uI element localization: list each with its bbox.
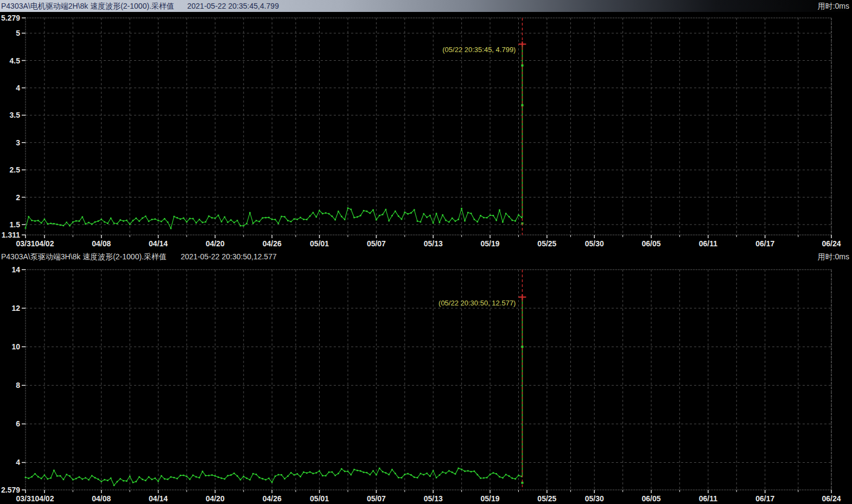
trace-marker bbox=[224, 479, 226, 480]
y-tick-label: 8 bbox=[16, 381, 20, 390]
trace-marker bbox=[518, 475, 519, 476]
trace-marker bbox=[325, 475, 327, 477]
x-tick-label: 05/07 bbox=[367, 494, 386, 503]
trace-marker bbox=[382, 471, 384, 473]
trace-marker bbox=[410, 212, 412, 214]
trace-marker bbox=[467, 212, 469, 214]
trace-marker bbox=[176, 478, 178, 480]
trace-marker bbox=[442, 471, 443, 473]
trace-marker bbox=[284, 216, 285, 218]
trace-marker bbox=[303, 219, 304, 220]
trace-marker bbox=[448, 221, 450, 223]
trace-marker bbox=[483, 217, 485, 219]
trace-marker bbox=[493, 472, 494, 474]
chart2-cursor-readout: 2021-05-22 20:30:50,12.577 bbox=[181, 251, 277, 263]
trace-marker bbox=[505, 474, 507, 476]
trace-marker bbox=[271, 482, 273, 483]
trace-marker bbox=[31, 476, 33, 478]
trace-marker bbox=[341, 468, 342, 470]
trace-marker bbox=[360, 215, 361, 216]
trace-marker bbox=[388, 220, 390, 222]
trend-chart-pump-drive-end[interactable]: 1412108642.57903/3104/0204/0804/1404/200… bbox=[0, 263, 852, 504]
trace-marker bbox=[126, 220, 128, 221]
trace-marker bbox=[398, 215, 399, 217]
trace-marker bbox=[461, 208, 462, 209]
chart2-title: P4303A\泵驱动端3H\8k 速度波形(2-1000).采样值 bbox=[1, 251, 167, 263]
trace-marker bbox=[60, 225, 61, 226]
trace-marker bbox=[63, 479, 65, 481]
trace-marker bbox=[259, 477, 260, 479]
trace-marker bbox=[489, 215, 491, 216]
trace-marker bbox=[334, 475, 336, 476]
trend-trace bbox=[26, 208, 522, 229]
trace-marker bbox=[237, 220, 238, 221]
y-tick-label: 6 bbox=[16, 419, 20, 428]
trace-marker bbox=[290, 472, 292, 474]
x-tick-label: 05/25 bbox=[537, 494, 556, 503]
chart1-cursor-readout: 2021-05-22 20:35:45,4.799 bbox=[187, 0, 279, 12]
trace-marker bbox=[28, 477, 30, 479]
trace-marker bbox=[227, 221, 228, 223]
trend-chart-motor-drive-end[interactable]: 5.27954.543.532.521.51.31103/3104/0204/0… bbox=[0, 12, 852, 251]
x-tick-label: 04/20 bbox=[206, 494, 225, 503]
trace-marker bbox=[518, 214, 519, 216]
trace-marker bbox=[211, 217, 213, 219]
trace-marker bbox=[88, 222, 90, 224]
x-tick-label: 04/14 bbox=[149, 239, 168, 248]
trace-marker bbox=[110, 477, 112, 479]
trace-marker bbox=[328, 471, 330, 473]
trace-marker bbox=[186, 221, 188, 223]
trace-marker bbox=[495, 473, 497, 475]
trace-marker bbox=[237, 475, 238, 477]
trace-marker bbox=[132, 482, 134, 483]
trace-marker bbox=[233, 473, 235, 474]
trace-marker bbox=[436, 477, 437, 479]
trace-marker bbox=[306, 473, 308, 474]
y-tick-label: 2.579 bbox=[1, 486, 20, 494]
trace-marker bbox=[47, 223, 49, 225]
trace-marker bbox=[313, 212, 314, 214]
trace-marker bbox=[47, 479, 49, 480]
x-tick-label: 05/01 bbox=[310, 239, 329, 248]
trace-marker bbox=[164, 478, 166, 480]
x-tick-label: 05/30 bbox=[585, 494, 604, 503]
trace-marker bbox=[464, 220, 466, 222]
y-tick-label: 5 bbox=[16, 29, 20, 37]
trace-marker bbox=[243, 476, 245, 477]
y-tick-label: 2.5 bbox=[10, 165, 21, 174]
trace-marker bbox=[309, 215, 311, 217]
trace-marker bbox=[240, 225, 241, 227]
trace-marker bbox=[44, 475, 46, 476]
trace-marker bbox=[214, 475, 216, 477]
trace-marker bbox=[470, 213, 472, 214]
x-tick-label: 05/25 bbox=[537, 239, 556, 248]
trace-marker bbox=[401, 477, 403, 479]
trace-marker bbox=[63, 225, 65, 227]
trace-marker bbox=[37, 220, 39, 221]
trace-marker bbox=[275, 219, 276, 220]
trace-marker bbox=[256, 220, 257, 221]
trace-marker bbox=[297, 219, 298, 220]
trace-marker bbox=[167, 221, 169, 223]
trace-marker bbox=[480, 477, 481, 479]
y-tick-label: 14 bbox=[11, 265, 20, 274]
trace-marker bbox=[290, 221, 292, 222]
trace-marker bbox=[218, 215, 219, 216]
trace-marker bbox=[183, 475, 185, 476]
trace-marker bbox=[208, 475, 210, 476]
trace-marker bbox=[148, 476, 150, 478]
trace-marker bbox=[357, 216, 358, 218]
x-tick-label: 05/13 bbox=[424, 239, 443, 248]
trace-marker bbox=[107, 222, 109, 224]
trace-marker bbox=[294, 218, 295, 220]
trace-marker bbox=[404, 212, 406, 213]
trace-marker bbox=[145, 480, 147, 481]
x-tick-label: 06/24 bbox=[822, 494, 841, 503]
trace-marker bbox=[155, 477, 156, 479]
trace-marker bbox=[452, 218, 453, 219]
trace-marker bbox=[94, 477, 96, 479]
x-tick-label: 05/07 bbox=[367, 239, 386, 248]
trace-marker bbox=[376, 474, 377, 476]
y-tick-label: 2 bbox=[16, 193, 20, 202]
trace-marker bbox=[243, 225, 245, 227]
